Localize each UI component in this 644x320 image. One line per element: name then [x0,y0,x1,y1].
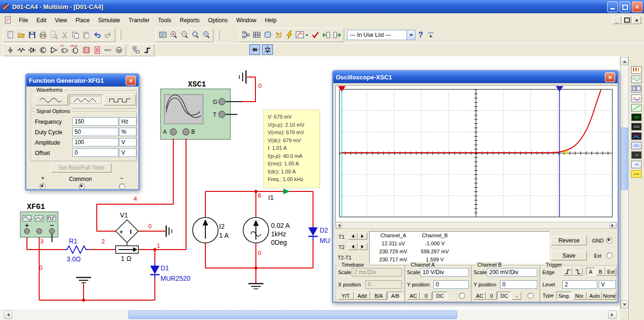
mdi-restore-button[interactable] [622,17,631,24]
offset-unit[interactable]: V [119,148,136,157]
component-wizard-icon[interactable] [273,30,284,40]
sine-waveform-button[interactable] [35,95,68,105]
mode-yt-button[interactable]: Y/T [338,292,354,300]
analyses-icon[interactable] [295,30,310,40]
channel-b-dc-button[interactable]: DC [497,292,511,300]
dropdown-arrow-icon[interactable] [407,30,415,40]
menu-place[interactable]: Place [71,15,94,26]
frequency-counter-icon[interactable]: 123 [631,113,642,121]
paste-icon[interactable] [81,30,92,40]
print-icon[interactable] [37,30,48,40]
menu-view[interactable]: View [51,15,71,26]
scroll-left-icon[interactable] [4,311,12,319]
measurement-probe-icon[interactable]: 1.4v [631,170,642,178]
analog-group-icon[interactable] [48,45,59,55]
t1-left-button[interactable] [348,233,357,240]
in-use-list-dropdown[interactable]: --- In Use List --- [347,30,415,40]
in-use-diode-button[interactable] [249,44,260,55]
plus-terminal-radio[interactable] [40,183,46,190]
database-icon[interactable] [262,30,273,40]
timebase-xpos-field[interactable]: 0 [365,280,402,289]
multimeter-icon[interactable] [631,66,642,74]
edaparts-com-icon[interactable]: .com [426,30,437,40]
transistor-group-icon[interactable] [37,45,48,55]
display-scroll-left-icon[interactable] [336,222,342,228]
channel-a-radio[interactable] [459,293,465,299]
horizontal-scroll-thumb[interactable] [128,311,457,319]
scroll-down-icon[interactable] [620,301,628,309]
mode-ab-button[interactable]: A/B [387,292,403,300]
trigger-type-none-button[interactable]: None [602,292,616,300]
sources-group-icon[interactable] [5,45,16,55]
common-terminal-radio[interactable] [79,183,85,190]
word-generator-icon[interactable]: 1010 [631,123,642,130]
canvas-horizontal-scrollbar[interactable] [0,310,620,320]
trigger-source-a-button[interactable]: A [586,268,595,276]
function-generator-titlebar[interactable]: Function Generator-XFG1 × [26,75,138,86]
menu-window[interactable]: Window [232,15,261,26]
spreadsheet-icon[interactable] [251,30,262,40]
oscilloscope-icon[interactable] [631,95,642,102]
zoom-full-icon[interactable] [201,30,212,40]
redo-icon[interactable] [102,30,113,40]
menu-simulate[interactable]: Simulate [94,15,125,26]
frequency-unit[interactable]: Hz [119,117,136,126]
trigger-source-ext-button[interactable]: Ext [606,268,616,276]
trigger-source-b-button[interactable]: B [596,268,605,276]
timebase-scale-field[interactable]: 2 ms/Div [352,268,402,277]
hierarchical-block-icon[interactable] [131,45,142,55]
menu-tools[interactable]: Tools [154,15,176,26]
zoom-in-icon[interactable] [168,30,179,40]
scroll-right-icon[interactable] [608,311,617,319]
iv-analyzer-icon[interactable]: .04 [631,151,642,159]
mdi-close-button[interactable]: × [632,17,641,24]
cut-icon[interactable] [59,30,70,40]
oscilloscope-titlebar[interactable]: Oscilloscope-XSC1 × [333,71,618,83]
channel-a-ac-button[interactable]: AC [407,292,420,300]
channel-a-dc-button[interactable]: DC [432,292,448,300]
set-rise-fall-time-button[interactable]: Set Rise/Fall Time [51,163,111,173]
function-generator-icon[interactable] [631,76,642,83]
misc-group-icon[interactable]: MISC [102,45,113,55]
function-generator-close-icon[interactable]: × [126,76,136,86]
canvas-vertical-scrollbar[interactable] [620,56,628,310]
amplitude-unit[interactable]: V [119,138,136,147]
display-scroll-right-icon[interactable] [610,222,616,228]
distortion-analyzer-icon[interactable]: :AG [631,161,642,168]
mode-add-button[interactable]: Add [354,292,370,300]
channel-b-ac-button[interactable]: AC [474,292,486,300]
hierarchy-icon[interactable] [240,30,251,40]
print-preview-icon[interactable] [48,30,59,40]
basic-group-icon[interactable] [16,45,26,55]
vertical-scroll-thumb[interactable] [621,128,628,190]
channel-a-scale-field[interactable]: 10 V/Div [420,268,469,277]
channel-b-ypos-field[interactable]: 0 [500,280,537,289]
trigger-rising-edge-button[interactable] [562,268,572,276]
zoom-area-icon[interactable] [190,30,201,40]
menu-options[interactable]: Options [204,15,232,26]
trigger-type-nor-button[interactable]: Nor. [573,292,587,300]
cmos-group-icon[interactable]: CMOS [70,45,81,55]
channel-b-radio[interactable] [527,293,534,299]
electromechanical-group-icon[interactable]: M [113,45,124,55]
restore-button[interactable] [619,1,630,12]
channel-a-ypos-field[interactable]: 0 [433,280,469,289]
new-file-icon[interactable] [5,30,16,40]
reverse-button[interactable]: Reverse [551,236,587,245]
trigger-level-field[interactable]: 2 [562,280,597,289]
open-file-icon[interactable] [16,30,26,40]
square-waveform-button[interactable] [104,95,136,105]
toggle-view-icon[interactable] [157,30,168,40]
logic-analyzer-icon[interactable] [631,132,642,140]
indicators-group-icon[interactable]: 8 [92,45,102,55]
window-titlebar[interactable]: D01-CA4 - Multisim - [D01-CA4] × [0,0,644,13]
trigger-level-unit-field[interactable]: V [599,280,616,289]
frequency-input[interactable]: 150 [72,117,119,126]
wattmeter-icon[interactable] [631,85,642,93]
forward-annotate-icon[interactable] [331,30,342,40]
mdi-minimize-button[interactable]: _ [612,17,621,24]
menu-reports[interactable]: Reports [176,15,204,26]
channel-b-minus-button[interactable]: - [512,292,521,300]
run-simulation-icon[interactable] [284,30,295,40]
duty-cycle-input[interactable]: 50 [72,128,119,136]
